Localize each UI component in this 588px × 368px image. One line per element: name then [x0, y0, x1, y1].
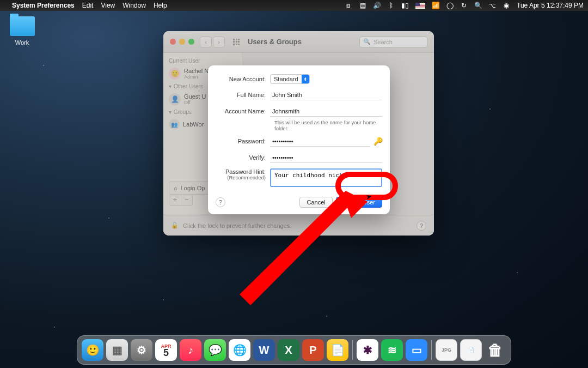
menu-view[interactable]: View: [101, 2, 115, 9]
dock-file-2[interactable]: 📄: [460, 339, 482, 361]
full-name-input[interactable]: [270, 89, 382, 100]
select-arrows-icon: ▲▼: [302, 74, 309, 84]
label-password: Password:: [216, 138, 270, 144]
verify-password-input[interactable]: [270, 152, 382, 163]
dock-system-preferences[interactable]: ⚙: [131, 339, 152, 361]
app-menu[interactable]: System Preferences: [12, 2, 75, 9]
password-assistant-icon[interactable]: 🔑: [373, 136, 382, 147]
label-account-name: Account Name:: [216, 108, 270, 114]
account-name-hint: This will be used as the name for your h…: [216, 118, 382, 131]
dock-chrome[interactable]: 🌐: [229, 339, 250, 361]
timemachine-icon[interactable]: ↻: [460, 2, 468, 9]
dock-trash[interactable]: 🗑: [485, 339, 506, 361]
dock-launchpad[interactable]: ▦: [106, 339, 128, 361]
dock-finder[interactable]: 🙂: [82, 339, 103, 361]
account-type-value: Standard: [271, 76, 302, 82]
dock-spotify[interactable]: ≋: [381, 339, 403, 361]
folder-icon: [10, 16, 35, 36]
annotation-arrow: [229, 188, 370, 330]
desktop-folder-work[interactable]: Work: [7, 16, 37, 46]
menu-window[interactable]: Window: [122, 2, 146, 9]
save-icon[interactable]: ▤: [359, 2, 366, 9]
siri-icon[interactable]: ◉: [503, 2, 510, 9]
input-source-icon[interactable]: [415, 3, 425, 9]
account-type-select[interactable]: Standard ▲▼: [270, 74, 310, 84]
dock-file-1[interactable]: JPG: [436, 339, 457, 361]
label-new-account: New Account:: [216, 76, 270, 82]
dialog-help-button[interactable]: ?: [216, 197, 225, 207]
dock-messages[interactable]: 💬: [204, 339, 226, 361]
dock-music[interactable]: ♪: [180, 339, 201, 361]
volume-icon[interactable]: 🔊: [373, 2, 381, 9]
menubar: System Preferences Edit View Window Help…: [0, 0, 588, 11]
bluetooth-icon[interactable]: ᛒ: [387, 2, 395, 9]
label-password-hint: Password Hint: (Recommended): [216, 168, 270, 181]
dropbox-icon[interactable]: ⧈: [345, 2, 352, 9]
label-verify: Verify:: [216, 154, 270, 161]
menubar-clock[interactable]: Tue Apr 5 12:37:49 PM: [517, 2, 584, 9]
dock-notes[interactable]: 📄: [327, 339, 348, 361]
menu-edit[interactable]: Edit: [82, 2, 94, 9]
folder-label: Work: [7, 39, 37, 46]
user-icon[interactable]: ◯: [446, 2, 454, 9]
dock-powerpoint[interactable]: P: [302, 339, 324, 361]
dock-word[interactable]: W: [253, 339, 275, 361]
wifi-icon[interactable]: 📶: [432, 2, 439, 9]
password-input[interactable]: [270, 136, 370, 147]
svg-marker-0: [240, 191, 367, 305]
control-center-icon[interactable]: ⌥: [488, 2, 496, 9]
dock: 🙂 ▦ ⚙ APR5 ♪ 💬 🌐 W X P 📄 ✱ ≋ ▭ JPG 📄 🗑: [77, 335, 511, 365]
dock-slack[interactable]: ✱: [357, 339, 378, 361]
battery-icon[interactable]: ▮▯: [401, 2, 409, 9]
dock-calendar[interactable]: APR5: [155, 339, 177, 361]
label-full-name: Full Name:: [216, 92, 270, 98]
dock-separator-2: [431, 340, 432, 360]
dock-separator: [352, 340, 353, 360]
menu-help[interactable]: Help: [154, 2, 167, 9]
dock-excel[interactable]: X: [278, 339, 299, 361]
spotlight-icon[interactable]: 🔍: [474, 2, 482, 9]
dock-zoom[interactable]: ▭: [406, 339, 427, 361]
account-name-input[interactable]: [270, 106, 382, 117]
